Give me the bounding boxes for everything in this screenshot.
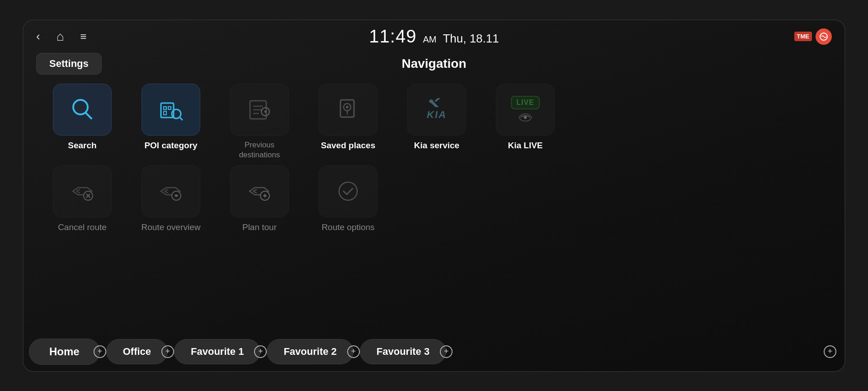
poi-label: POI category xyxy=(144,140,197,151)
svg-rect-4 xyxy=(164,107,166,109)
kia-live-label: Kia LIVE xyxy=(508,140,542,151)
saved-label: Saved places xyxy=(321,140,375,151)
grid-row-1: Search POI category xyxy=(42,84,826,160)
signal-icon xyxy=(816,28,832,45)
route-options-icon-box xyxy=(319,165,377,217)
svg-rect-5 xyxy=(168,107,171,109)
route-overview-label: Route overview xyxy=(142,222,201,233)
navigation-screen: ‹ ⌂ ≡ 11:49 AM Thu, 18.11 TME Settings N… xyxy=(23,19,845,372)
tme-badge: TME xyxy=(794,32,812,41)
previous-label: Previous destinations xyxy=(239,140,280,160)
live-badge: LIVE xyxy=(511,96,540,109)
kia-service-label: Kia service xyxy=(414,140,459,151)
nav-item-route-options[interactable]: Route options xyxy=(307,165,389,233)
nav-item-route-overview[interactable]: Route overview xyxy=(130,165,212,233)
nav-grid: Search POI category xyxy=(24,80,844,233)
fav1-button[interactable]: Favourite 1 xyxy=(174,339,260,364)
home-add-button[interactable]: + xyxy=(94,345,106,358)
search-label: Search xyxy=(68,140,96,151)
previous-icon-box xyxy=(230,84,289,136)
header-bar: Settings Navigation xyxy=(24,53,844,80)
fav3-button[interactable]: Favourite 3 xyxy=(360,339,446,364)
fav2-button[interactable]: Favourite 2 xyxy=(267,339,353,364)
office-add-button[interactable]: + xyxy=(161,345,174,358)
kia-live-icon-box: LIVE xyxy=(496,84,555,136)
office-fav-button[interactable]: Office xyxy=(106,339,168,364)
svg-line-8 xyxy=(179,117,182,120)
time-area: 11:49 AM Thu, 18.11 xyxy=(369,26,499,47)
plan-tour-label: Plan tour xyxy=(242,222,277,233)
poi-icon-box xyxy=(142,84,200,136)
cancel-route-icon-box xyxy=(53,165,112,217)
status-right: TME xyxy=(794,28,832,45)
clock-ampm: AM xyxy=(423,34,436,45)
home-fav-button[interactable]: Home xyxy=(29,339,100,365)
saved-icon-box xyxy=(319,84,377,136)
page-title: Navigation xyxy=(401,57,466,71)
settings-button[interactable]: Settings xyxy=(36,53,102,75)
nav-item-plan-tour[interactable]: Plan tour xyxy=(219,165,300,233)
clock-date: Thu, 18.11 xyxy=(443,32,499,46)
kia-service-icon-box: KIA xyxy=(407,84,466,136)
nav-item-previous[interactable]: Previous destinations xyxy=(219,84,300,160)
fav2-add-button[interactable]: + xyxy=(347,345,360,358)
svg-point-20 xyxy=(524,116,527,119)
route-overview-icon-box xyxy=(142,165,200,217)
clock-time: 11:49 xyxy=(369,26,416,47)
nav-item-search[interactable]: Search xyxy=(42,84,123,151)
svg-point-18 xyxy=(346,106,349,108)
fav-item-fav2: Favourite 2 + xyxy=(269,339,353,364)
nav-item-kia-service[interactable]: KIA Kia service xyxy=(396,84,477,151)
search-icon-box xyxy=(53,84,112,136)
fav3-add-button[interactable]: + xyxy=(440,345,453,358)
svg-rect-19 xyxy=(434,98,441,102)
fav1-add-button[interactable]: + xyxy=(254,345,267,358)
svg-point-29 xyxy=(339,182,357,200)
svg-point-25 xyxy=(175,194,178,197)
nav-item-saved[interactable]: Saved places xyxy=(307,84,389,151)
home-icon[interactable]: ⌂ xyxy=(57,29,64,44)
fav-item-home: Home + xyxy=(32,339,100,365)
fav-item-fav3: Favourite 3 + xyxy=(363,339,446,364)
grid-row-2: Cancel route Route overview xyxy=(42,165,826,233)
nav-item-cancel-route[interactable]: Cancel route xyxy=(42,165,123,233)
fav-item-office: Office + xyxy=(109,339,168,364)
svg-rect-6 xyxy=(164,111,166,115)
menu-icon[interactable]: ≡ xyxy=(80,30,87,43)
nav-item-kia-live[interactable]: LIVE Kia LIVE xyxy=(485,84,566,151)
status-bar: ‹ ⌂ ≡ 11:49 AM Thu, 18.11 TME xyxy=(24,20,844,53)
route-options-label: Route options xyxy=(321,222,374,233)
far-right-add-button[interactable]: + xyxy=(824,345,836,358)
nav-icons: ‹ ⌂ ≡ xyxy=(36,29,87,44)
favourites-bar: Home + Office + Favourite 1 + Favourite … xyxy=(24,339,844,365)
plan-tour-icon-box xyxy=(230,165,289,217)
back-icon[interactable]: ‹ xyxy=(36,29,40,43)
fav-item-fav1: Favourite 1 + xyxy=(177,339,260,364)
nav-item-poi[interactable]: POI category xyxy=(130,84,212,151)
cancel-route-label: Cancel route xyxy=(58,222,107,233)
svg-line-2 xyxy=(85,113,91,118)
